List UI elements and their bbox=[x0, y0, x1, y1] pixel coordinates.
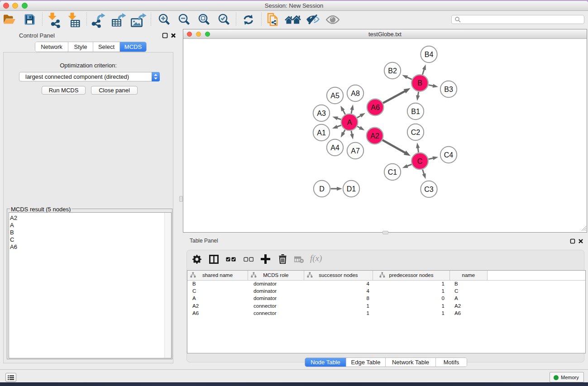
svg-text:C: C bbox=[417, 157, 423, 165]
svg-text:B: B bbox=[417, 79, 422, 87]
svg-text:A: A bbox=[347, 119, 352, 126]
svg-text:B1: B1 bbox=[411, 108, 420, 115]
svg-text:A3: A3 bbox=[317, 110, 326, 117]
svg-text:C3: C3 bbox=[424, 186, 434, 193]
svg-text:C4: C4 bbox=[444, 151, 454, 159]
svg-text:A2: A2 bbox=[370, 132, 379, 140]
svg-text:B4: B4 bbox=[425, 51, 434, 58]
svg-text:A6: A6 bbox=[371, 104, 380, 111]
svg-text:D1: D1 bbox=[347, 185, 356, 193]
svg-text:A4: A4 bbox=[330, 144, 339, 152]
svg-text:A8: A8 bbox=[351, 90, 360, 97]
svg-text:A5: A5 bbox=[330, 92, 339, 100]
svg-text:A7: A7 bbox=[351, 147, 360, 155]
svg-text:C2: C2 bbox=[411, 129, 421, 136]
svg-text:B2: B2 bbox=[388, 67, 397, 75]
svg-text:A1: A1 bbox=[317, 129, 326, 137]
svg-text:C1: C1 bbox=[388, 168, 397, 176]
svg-text:B3: B3 bbox=[444, 86, 453, 93]
svg-text:D: D bbox=[319, 185, 325, 193]
